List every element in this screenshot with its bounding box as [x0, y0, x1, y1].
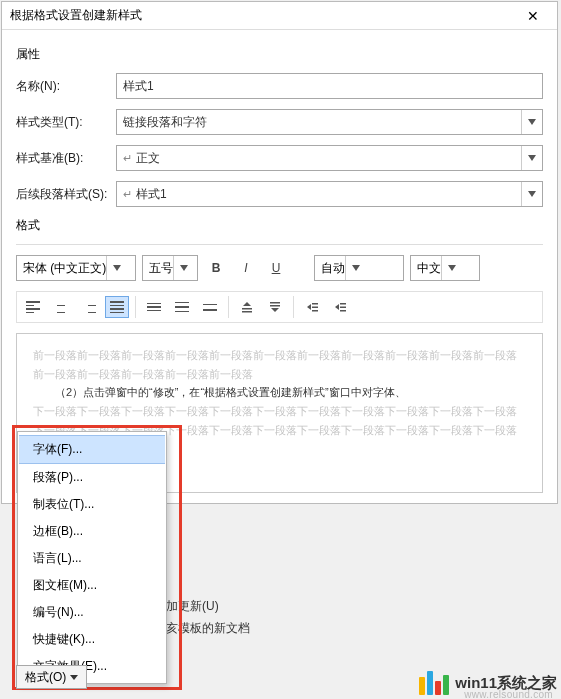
color-value: 自动: [321, 260, 345, 277]
menu-item-border[interactable]: 边框(B)...: [19, 518, 165, 545]
close-icon[interactable]: ✕: [517, 8, 549, 24]
chevron-down-icon: [521, 182, 541, 206]
menu-item-font[interactable]: 字体(F)...: [19, 435, 165, 464]
type-label: 样式类型(T):: [16, 114, 116, 131]
lang-combo[interactable]: 中文: [410, 255, 480, 281]
format-heading: 格式: [16, 217, 543, 234]
svg-rect-8: [340, 307, 346, 309]
size-combo[interactable]: 五号: [142, 255, 198, 281]
line-spacing-2-button[interactable]: [198, 296, 222, 318]
base-label: 样式基准(B):: [16, 150, 116, 167]
menu-item-tabs[interactable]: 制表位(T)...: [19, 491, 165, 518]
base-select[interactable]: ↵正文: [116, 145, 543, 171]
space-before-inc-button[interactable]: [235, 296, 259, 318]
paragraph-icon: ↵: [123, 152, 132, 164]
chevron-down-icon: [70, 675, 78, 680]
create-style-dialog: 根据格式设置创建新样式 ✕ 属性 名称(N): 样式类型(T): 链接段落和字符…: [1, 1, 558, 504]
svg-rect-5: [312, 307, 318, 309]
font-combo[interactable]: 宋体 (中文正文): [16, 255, 136, 281]
font-value: 宋体 (中文正文): [23, 260, 106, 277]
titlebar: 根据格式设置创建新样式 ✕: [2, 2, 557, 30]
chevron-down-icon: [441, 256, 461, 280]
separator: [135, 296, 136, 318]
type-value: 链接段落和字符: [123, 114, 207, 131]
svg-rect-9: [340, 310, 346, 312]
paragraph-icon: ↵: [123, 188, 132, 200]
chevron-down-icon: [106, 256, 126, 280]
align-center-button[interactable]: [49, 296, 73, 318]
separator: [228, 296, 229, 318]
align-left-button[interactable]: [21, 296, 45, 318]
menu-item-shortcut[interactable]: 快捷键(K)...: [19, 626, 165, 653]
preview-before-text: 前一段落前一段落前一段落前一段落前一段落前一段落前一段落前一段落前一段落前一段落…: [33, 349, 517, 380]
separator: [16, 244, 543, 245]
align-right-button[interactable]: [77, 296, 101, 318]
svg-rect-1: [242, 311, 252, 313]
separator: [293, 296, 294, 318]
type-select[interactable]: 链接段落和字符: [116, 109, 543, 135]
underline-button[interactable]: U: [264, 256, 288, 280]
attributes-heading: 属性: [16, 46, 543, 63]
svg-rect-6: [312, 310, 318, 312]
chevron-down-icon: [521, 110, 541, 134]
svg-rect-2: [270, 302, 280, 304]
align-justify-button[interactable]: [105, 296, 129, 318]
line-spacing-1-button[interactable]: [142, 296, 166, 318]
svg-rect-3: [270, 305, 280, 307]
name-input[interactable]: [116, 73, 543, 99]
bold-button[interactable]: B: [204, 256, 228, 280]
follow-label: 后续段落样式(S):: [16, 186, 116, 203]
paragraph-toolbar: [16, 291, 543, 323]
name-label: 名称(N):: [16, 78, 116, 95]
partial-options-text: 加更新(U) 亥模板的新文档: [166, 595, 250, 639]
base-value: 正文: [136, 151, 160, 165]
menu-item-numbering[interactable]: 编号(N)...: [19, 599, 165, 626]
color-combo[interactable]: 自动: [314, 255, 404, 281]
format-toolbar: 宋体 (中文正文) 五号 B I U 自动 中文: [16, 255, 543, 281]
indent-increase-button[interactable]: [328, 296, 352, 318]
chevron-down-icon: [173, 256, 193, 280]
format-button-label: 格式(O): [25, 669, 66, 686]
preview-main-text: （2）点击弹窗中的“修改”，在“根据格式设置创建新样式”窗口中对字体、: [33, 383, 406, 402]
chevron-down-icon: [345, 256, 365, 280]
menu-item-language[interactable]: 语言(L)...: [19, 545, 165, 572]
space-before-dec-button[interactable]: [263, 296, 287, 318]
dialog-title: 根据格式设置创建新样式: [10, 7, 142, 24]
line-spacing-15-button[interactable]: [170, 296, 194, 318]
follow-value: 样式1: [136, 187, 167, 201]
format-menu: 字体(F)... 段落(P)... 制表位(T)... 边框(B)... 语言(…: [17, 431, 167, 684]
follow-select[interactable]: ↵样式1: [116, 181, 543, 207]
chevron-down-icon: [521, 146, 541, 170]
indent-decrease-button[interactable]: [300, 296, 324, 318]
italic-button[interactable]: I: [234, 256, 258, 280]
svg-rect-4: [312, 303, 318, 305]
watermark-brand: win11系统之家: [455, 674, 557, 693]
lang-value: 中文: [417, 260, 441, 277]
svg-rect-0: [242, 308, 252, 310]
watermark-logo-icon: [419, 671, 449, 695]
menu-item-paragraph[interactable]: 段落(P)...: [19, 464, 165, 491]
size-value: 五号: [149, 260, 173, 277]
svg-rect-7: [340, 303, 346, 305]
format-button[interactable]: 格式(O): [16, 665, 87, 689]
watermark: win11系统之家: [419, 671, 557, 695]
menu-item-frame[interactable]: 图文框(M)...: [19, 572, 165, 599]
